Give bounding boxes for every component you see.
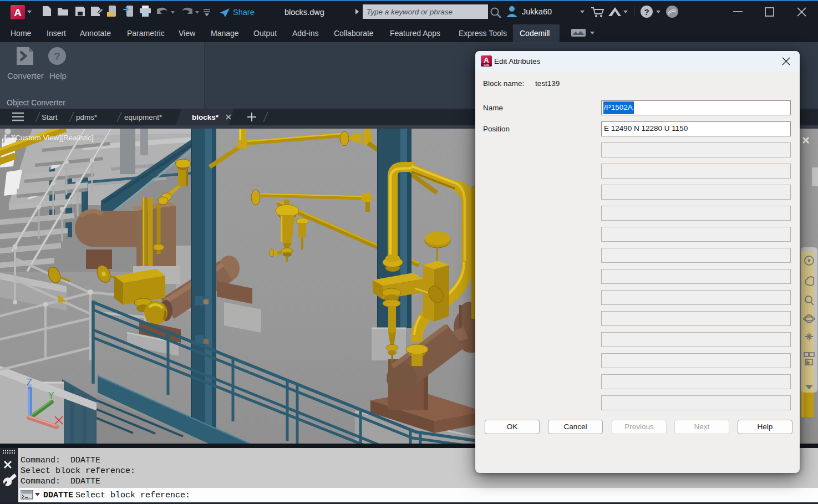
svg-text:blocks.dwg: blocks.dwg xyxy=(284,8,324,17)
svg-text:[−][Custom View][Realistic]: [−][Custom View][Realistic] xyxy=(4,134,94,142)
svg-text:A: A xyxy=(14,7,22,18)
svg-text:Jukka60: Jukka60 xyxy=(522,7,552,16)
svg-text:pdms*: pdms* xyxy=(76,113,98,121)
svg-text:Z: Z xyxy=(27,378,32,387)
svg-text:Converter: Converter xyxy=(7,71,44,80)
svg-text:A: A xyxy=(484,56,489,64)
svg-text:Help: Help xyxy=(49,71,67,80)
svg-text:equipment*: equipment* xyxy=(124,113,162,121)
svg-text:?: ? xyxy=(54,50,60,62)
svg-text:Share: Share xyxy=(233,8,255,17)
svg-text:?: ? xyxy=(644,7,649,17)
svg-text:CAD: CAD xyxy=(484,64,489,67)
svg-text:Y: Y xyxy=(48,391,54,400)
svg-text:Start: Start xyxy=(42,113,58,121)
svg-text:blocks*: blocks* xyxy=(192,113,219,121)
svg-text:Type a keyword or phrase: Type a keyword or phrase xyxy=(367,8,453,16)
